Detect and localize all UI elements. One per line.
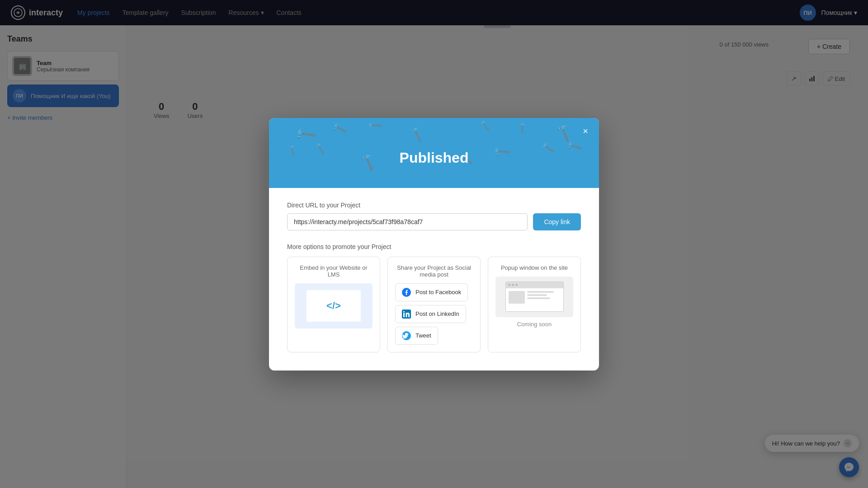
popup-dot-2 — [512, 284, 514, 286]
embed-inner: </> — [307, 290, 361, 322]
popup-dot-3 — [515, 284, 518, 286]
deco-hammer-2: 🔨 — [330, 120, 348, 137]
modal-close-button[interactable]: × — [579, 125, 592, 138]
popup-window-sim — [505, 282, 564, 312]
popup-content-sim — [506, 288, 563, 306]
modal-overlay[interactable]: 🔨 🔨 🔨 🔨 🔨 🔨 🔨 🔨 🔨 🔨 🔨 🔨 🔨 🔨 × Published … — [0, 0, 868, 488]
url-section-label: Direct URL to your Project — [287, 202, 581, 209]
popup-dot-1 — [508, 284, 510, 286]
popup-card-title: Popup window on the site — [495, 264, 573, 271]
modal-header: 🔨 🔨 🔨 🔨 🔨 🔨 🔨 🔨 🔨 🔨 🔨 🔨 🔨 🔨 × Published — [269, 118, 599, 188]
deco-hammer-1: 🔨 — [292, 122, 317, 147]
promote-label: More options to promote your Project — [287, 243, 581, 250]
svg-point-9 — [403, 311, 405, 312]
post-on-linkedin-button[interactable]: Post on LinkedIn — [395, 305, 466, 323]
linkedin-icon — [402, 310, 411, 319]
promote-cards: Embed in your Website or LMS </> Share y… — [287, 257, 581, 352]
twitter-icon — [402, 331, 411, 340]
modal-body: Direct URL to your Project Copy link Mor… — [269, 188, 599, 371]
tweet-button[interactable]: Tweet — [395, 327, 438, 345]
deco-hammer-7: 🔨 — [553, 122, 574, 143]
popup-line-1 — [527, 291, 554, 293]
deco-hammer-5: 🔨 — [408, 125, 425, 142]
deco-hammer-11: 🔨 — [479, 119, 491, 131]
copy-link-button[interactable]: Copy link — [533, 213, 581, 230]
social-card-title: Share your Project as Social media post — [395, 264, 473, 278]
embed-preview: </> — [295, 283, 373, 328]
url-row: Copy link — [287, 213, 581, 230]
facebook-icon — [402, 288, 411, 297]
url-input[interactable] — [287, 213, 528, 230]
popup-preview — [495, 277, 573, 317]
post-to-facebook-button[interactable]: Post to Facebook — [395, 283, 468, 301]
modal-title: Published — [278, 150, 590, 166]
deco-hammer-4: 🔨 — [366, 118, 383, 135]
popup-lines — [527, 291, 561, 304]
code-icon: </> — [326, 300, 341, 312]
embed-card-title: Embed in your Website or LMS — [295, 264, 373, 278]
popup-img-sim — [509, 291, 525, 304]
social-card: Share your Project as Social media post … — [387, 257, 481, 352]
modal: 🔨 🔨 🔨 🔨 🔨 🔨 🔨 🔨 🔨 🔨 🔨 🔨 🔨 🔨 × Published … — [269, 118, 599, 371]
popup-line-2 — [527, 294, 547, 296]
embed-card: Embed in your Website or LMS </> — [287, 257, 380, 352]
svg-rect-8 — [403, 313, 405, 317]
coming-soon-label: Coming soon — [495, 321, 573, 328]
popup-line-3 — [527, 297, 551, 299]
popup-bar — [506, 282, 563, 288]
popup-card: Popup window on the site — [488, 257, 581, 352]
deco-hammer-9: 🔨 — [515, 120, 529, 134]
